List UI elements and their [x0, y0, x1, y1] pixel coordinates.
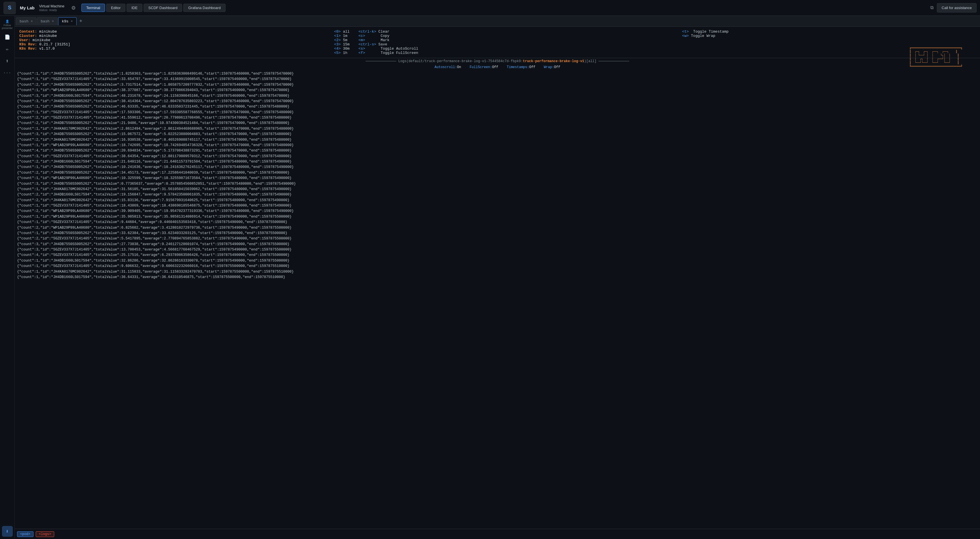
call-assistance-button[interactable]: Call for assistance [937, 3, 977, 13]
context-val: minikube [39, 30, 57, 34]
log-line: {"count":1,"id":"JH4DB7550SS005262","tot… [17, 71, 978, 76]
vm-status: status: ready [39, 8, 64, 12]
cluster-val: minikube [39, 34, 57, 38]
log-line: {"count":1,"id":"5GZEV337X7J141405","tot… [17, 110, 978, 115]
log-line: {"count":2,"id":"WP1AB29P99LA40680","tot… [17, 208, 978, 214]
sidebar: 👤 Followpresenter 📄 ✏ ⬆ ··· ⬇ [0, 16, 15, 539]
person-icon: 👤 [5, 19, 10, 23]
vm-info: Virtual Machine status: ready [39, 4, 64, 12]
logs-highlight: truck-performance-brake-log-v1 [523, 59, 584, 63]
sidebar-item-ellipsis[interactable]: ··· [2, 67, 13, 78]
tab-terminal[interactable]: Terminal [81, 4, 105, 12]
tab-grafana[interactable]: Grafana Dashboard [183, 4, 225, 12]
upload-icon: ⬆ [6, 58, 9, 64]
download-icon: ⬇ [6, 528, 9, 534]
log-line: {"count":1,"id":"JH4KA8170MC002642","tot… [17, 269, 978, 275]
k9s-shortcuts-col2: <0> all <ctrl-k> Clear <1> 1m <c> Copy <… [334, 30, 665, 55]
sidebar-item-doc[interactable]: 📄 [2, 32, 13, 43]
logs-header: ─────────────── Logs(default/truck-perfo… [15, 58, 980, 64]
edit-icon: ✏ [6, 46, 9, 52]
terminal-tab-bash-2[interactable]: bash ✕ [37, 17, 57, 25]
log-line: {"count":1,"id":"WP1AB29P99LA40680","tot… [17, 214, 978, 219]
k9s-label: k9s [62, 19, 68, 24]
external-link-icon[interactable]: ⧉ [930, 5, 934, 11]
k9s-rev-val: 0.21.7 [31251] [39, 42, 70, 46]
log-line: {"count":2,"id":"JH4DB1660LS017594","tot… [17, 192, 978, 197]
tab-editor[interactable]: Editor [106, 4, 126, 12]
sidebar-item-upload[interactable]: ⬆ [2, 56, 13, 67]
fullscreen-control: FullScreen:Off [469, 65, 498, 69]
terminal-tab-k9s[interactable]: k9s ✕ [58, 17, 76, 25]
log-line: {"count":1,"id":"JH4KA8170MC002642","tot… [17, 187, 978, 192]
log-line: {"count":4,"id":"JH4DB7550SS005262","tot… [17, 148, 978, 153]
nav-tabs: Terminal Editor IDE SCDF Dashboard Grafa… [81, 4, 930, 12]
sidebar-item-edit[interactable]: ✏ [2, 44, 13, 54]
main-area: 👤 Followpresenter 📄 ✏ ⬆ ··· ⬇ [0, 16, 980, 539]
log-line: {"count":1,"id":"JH4DB1660LS017594","tot… [17, 258, 978, 264]
log-line: {"count":2,"id":"JH4KA8170MC002642","tot… [17, 137, 978, 143]
lab-name: My Lab [20, 5, 35, 10]
k9s-close[interactable]: ✕ [71, 19, 73, 23]
log-line: {"count":1,"id":"JH4DB7550SS005262","tot… [17, 104, 978, 110]
topbar: S My Lab Virtual Machine status: ready ⚙… [0, 0, 980, 16]
context-label: Context: [19, 30, 37, 34]
bash-1-close[interactable]: ✕ [31, 19, 33, 23]
wrap-control: Wrap:Off [544, 65, 560, 69]
k9s-info-col1: Context: minikube Cluster: minikube User… [19, 30, 317, 55]
follow-presenter-label: Followpresenter [2, 24, 13, 30]
bottom-bar: <pod> <logs> [15, 529, 980, 539]
tab-scdf[interactable]: SCDF Dashboard [143, 4, 183, 12]
sidebar-item-download[interactable]: ⬇ [2, 526, 13, 537]
k9s-rev-label: K9s Rev: [19, 42, 37, 46]
log-line: {"count":3,"id":"5GZEV337X7J141405","tot… [17, 247, 978, 253]
topbar-right: ⧉ Call for assistance [930, 3, 977, 13]
log-line: {"count":2,"id":"WP1AB29P99LA40680","tot… [17, 225, 978, 231]
app-logo: S [3, 2, 16, 14]
bash-2-label: bash [41, 19, 49, 24]
log-line: {"count":1,"id":"WP1AB29P99LA40680","tot… [17, 87, 978, 93]
k8s-rev-val: v1.17.0 [39, 46, 55, 51]
log-line: {"count":1,"id":"WP1AB29P99LA40680","tot… [17, 143, 978, 148]
log-line: {"count":3,"id":"5GZEV337X7J141405","tot… [17, 154, 978, 159]
settings-button[interactable]: ⚙ [70, 4, 77, 12]
log-line: {"count":4,"id":"5GZEV337X7J141405","tot… [17, 253, 978, 258]
bash-1-label: bash [19, 19, 29, 24]
k9s-wrapper: Context: minikube Cluster: minikube User… [15, 27, 980, 529]
cluster-label: Cluster: [19, 34, 37, 38]
log-line: {"count":2,"id":"JH4DB1660LS017594","tot… [17, 159, 978, 165]
autoscroll-control: Autoscroll:On [435, 65, 461, 69]
terminal-content: Context: minikube Cluster: minikube User… [15, 27, 980, 529]
sidebar-item-follow-presenter[interactable]: 👤 Followpresenter [1, 18, 14, 31]
log-line: {"count":1,"id":"JH4DB7550SS005262","tot… [17, 165, 978, 170]
log-line: {"count":3,"id":"JH4DB7550SS005262","tot… [17, 242, 978, 247]
terminal-area: bash ✕ bash ✕ k9s ✕ + Conte [15, 16, 980, 539]
tab-ide[interactable]: IDE [127, 4, 142, 12]
vm-title: Virtual Machine [39, 4, 64, 8]
logs-body[interactable]: {"count":1,"id":"JH4DB7550SS005262","tot… [15, 70, 980, 529]
doc-icon: 📄 [5, 34, 10, 40]
logs-pill[interactable]: <logs> [36, 531, 54, 537]
log-line: {"count":2,"id":"5GZEV337X7J141405","tot… [17, 236, 978, 242]
log-line: {"count":1,"id":"5GZEV337X7J141405","tot… [17, 76, 978, 82]
log-line: {"count":1,"id":"JH4KA8170MC002642","tot… [17, 126, 978, 132]
log-line: {"count":2,"id":"JH4KA8170MC002642","tot… [17, 198, 978, 203]
user-val: minikube [33, 38, 50, 42]
user-label: User: [19, 38, 30, 42]
terminal-tab-bash-1[interactable]: bash ✕ [16, 17, 36, 25]
log-line: {"count":3,"id":"JH4DB7550SS005262","tot… [17, 181, 978, 187]
log-line: {"count":2,"id":"5GZEV337X7J141405","tot… [17, 115, 978, 121]
log-line: {"count":2,"id":"JH4DB7550SS005262","tot… [17, 121, 978, 126]
log-line: {"count":3,"id":"JH4DB7550SS005262","tot… [17, 99, 978, 104]
log-line: {"count":1,"id":"JH4DB7550SS005262","tot… [17, 231, 978, 236]
k8s-rev-label: K8s Rev: [19, 46, 37, 51]
bash-2-close[interactable]: ✕ [52, 19, 54, 23]
pod-pill[interactable]: <pod> [17, 531, 33, 537]
add-tab-button[interactable]: + [77, 18, 85, 24]
sidebar-bottom: ⬇ [2, 526, 13, 537]
log-line: {"count":2,"id":"JH4DB7550SS005262","tot… [17, 82, 978, 87]
k9s-logo: ╔═════════════════════════════╗ ║ ┌─┐ ┌─… [909, 46, 963, 68]
ellipsis-icon: ··· [3, 71, 11, 75]
logs-controls: Autoscroll:On FullScreen:Off Timestamps:… [15, 64, 980, 70]
log-line: {"count":3,"id":"JH4DB1660LS017594","tot… [17, 93, 978, 99]
tab-bar: bash ✕ bash ✕ k9s ✕ + [15, 16, 980, 27]
